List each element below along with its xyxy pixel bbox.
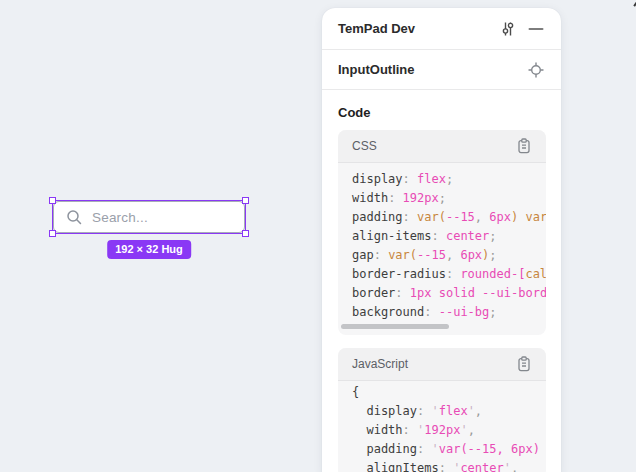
search-icon bbox=[66, 209, 83, 226]
selected-frame[interactable]: Search... 192 × 32 Hug bbox=[53, 201, 245, 233]
resize-handle-bottom-right[interactable] bbox=[242, 230, 249, 237]
code-block-title: JavaScript bbox=[352, 357, 513, 371]
code-block: CSS display: flex;width: 192px;padding: … bbox=[338, 130, 546, 335]
size-badge: 192 × 32 Hug bbox=[107, 240, 191, 259]
copy-icon[interactable] bbox=[513, 353, 535, 375]
selected-node-row: InputOutline bbox=[322, 50, 561, 90]
preferences-sliders-icon[interactable] bbox=[497, 18, 519, 40]
code-block-title: CSS bbox=[352, 139, 513, 153]
panel-title: TemPad Dev bbox=[338, 21, 497, 36]
code-block-header: CSS bbox=[338, 130, 546, 163]
copy-icon[interactable] bbox=[513, 135, 535, 157]
minimize-icon[interactable] bbox=[525, 18, 547, 40]
resize-handle-top-right[interactable] bbox=[242, 197, 249, 204]
search-input[interactable]: Search... bbox=[53, 201, 245, 233]
code-content[interactable]: display: flex;width: 192px;padding: var(… bbox=[338, 163, 546, 322]
resize-handle-top-left[interactable] bbox=[49, 197, 56, 204]
tempad-dev-panel: TemPad Dev InputOutline bbox=[322, 8, 561, 472]
locate-node-icon[interactable] bbox=[525, 59, 547, 81]
code-block: JavaScript { display: 'flex', width: '19… bbox=[338, 348, 546, 472]
selected-node-name: InputOutline bbox=[338, 62, 525, 77]
resize-handle-bottom-left[interactable] bbox=[49, 230, 56, 237]
code-section-label: Code bbox=[338, 105, 545, 120]
figma-canvas[interactable]: Search... 192 × 32 Hug TemPad Dev bbox=[0, 0, 636, 472]
panel-header: TemPad Dev bbox=[322, 8, 561, 50]
code-block-header: JavaScript bbox=[338, 348, 546, 381]
scrollbar-thumb[interactable] bbox=[341, 324, 449, 329]
code-content[interactable]: { display: 'flex', width: '192px', paddi… bbox=[338, 381, 546, 472]
code-blocks: CSS display: flex;width: 192px;padding: … bbox=[322, 130, 561, 472]
search-placeholder: Search... bbox=[92, 210, 148, 225]
horizontal-scrollbar[interactable] bbox=[338, 322, 546, 335]
